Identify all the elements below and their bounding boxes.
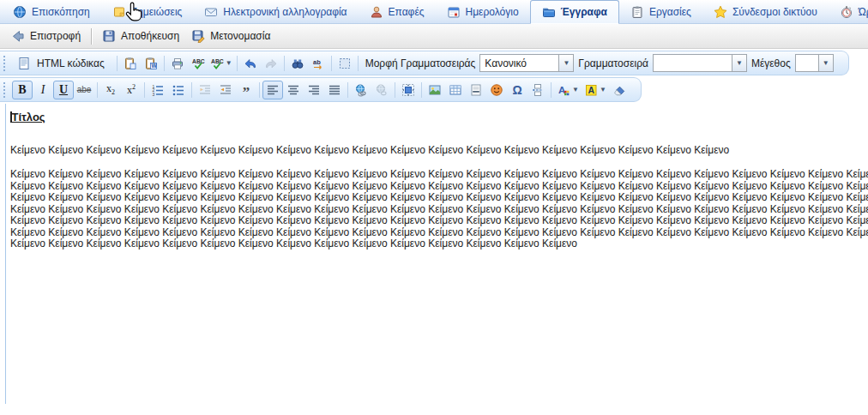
back-arrow-icon	[11, 29, 25, 43]
html-source-button[interactable]: HTML κώδικας	[12, 54, 114, 73]
toolbar-grip[interactable]	[3, 56, 9, 71]
tab-tasks[interactable]: Εργασίες	[619, 0, 702, 23]
editor-content-area[interactable]: Τίτλος Κείμενο Κείμενο Κείμενο Κείμενο Κ…	[5, 104, 868, 404]
page-break-button[interactable]	[527, 81, 548, 99]
indent-button[interactable]	[215, 81, 236, 99]
tab-documents[interactable]: Έγγραφα	[530, 0, 619, 24]
toolbar-grip[interactable]	[3, 82, 9, 98]
tab-label: Ηλεκτρονική αλληλογραφία	[223, 6, 347, 18]
size-select[interactable]: ▼	[795, 54, 834, 72]
justify-button[interactable]	[324, 81, 345, 99]
unordered-list-icon	[172, 83, 185, 97]
replace-button[interactable]: ab	[308, 54, 329, 73]
align-center-button[interactable]	[283, 81, 304, 99]
bold-button[interactable]: B	[12, 81, 33, 99]
outdent-button[interactable]	[195, 81, 215, 99]
toolbar-separator	[144, 82, 145, 98]
undo-icon	[244, 57, 257, 70]
tab-label: Έγγραφα	[561, 6, 607, 18]
format-select[interactable]: Κανονικό ▼	[479, 54, 574, 72]
dropdown-caret-icon[interactable]: ▼	[732, 55, 746, 71]
undo-button[interactable]	[240, 54, 261, 73]
dropdown-caret-icon: ▼	[226, 59, 232, 67]
italic-button[interactable]: I	[33, 81, 53, 99]
editor-toolbar-row2: B I U abe x2 x2 123 ”	[0, 77, 642, 102]
highlight-color-button[interactable]: A ▼	[582, 81, 609, 99]
editor-toolbar-row1: HTML κώδικας W ABC ABC ▼	[0, 51, 849, 75]
replace-icon: ab	[311, 57, 325, 70]
insert-table-button[interactable]	[445, 81, 466, 99]
font-select[interactable]: ▼	[653, 54, 747, 72]
dropdown-caret-icon[interactable]: ▼	[818, 55, 833, 71]
ordered-list-button[interactable]: 123	[148, 81, 168, 99]
tab-notes[interactable]: Σημειώσεις	[101, 0, 194, 23]
tab-contacts[interactable]: Επαφές	[359, 0, 436, 23]
tab-overview[interactable]: Επισκόπηση	[2, 0, 101, 23]
select-all-button[interactable]	[335, 54, 355, 73]
anchor-button[interactable]	[398, 81, 419, 99]
unordered-list-button[interactable]	[168, 81, 189, 99]
save-button[interactable]: Αποθήκευση	[96, 27, 185, 45]
align-right-button[interactable]	[304, 81, 324, 99]
link-button[interactable]	[351, 81, 371, 99]
font-color-button[interactable]: A ▼	[554, 81, 582, 99]
print-button[interactable]	[167, 54, 188, 73]
editor-toolbar-area: HTML κώδικας W ABC ABC ▼	[0, 49, 868, 102]
tab-label: Ημερολόγιο	[466, 6, 519, 18]
toolbar-separator	[331, 56, 332, 71]
align-left-button[interactable]	[262, 81, 283, 99]
tab-email[interactable]: Ηλεκτρονική αλληλογραφία	[193, 0, 358, 23]
rename-button[interactable]: Μετονομασία	[185, 27, 276, 45]
unlink-button[interactable]	[371, 81, 392, 99]
paste-button[interactable]	[120, 54, 141, 73]
horizontal-rule-button[interactable]	[466, 81, 486, 99]
svg-text:ABC: ABC	[211, 57, 224, 63]
clock-icon	[840, 5, 853, 19]
body-line: Κείμενο Κείμενο Κείμενο Κείμενο Κείμενο …	[10, 181, 868, 193]
print-icon	[171, 57, 184, 70]
tab-time[interactable]: Ώρα	[829, 0, 868, 23]
back-button[interactable]: Επιστροφή	[5, 27, 87, 45]
paste-from-word-button[interactable]: W	[141, 54, 161, 73]
remove-format-icon	[612, 83, 626, 97]
superscript-icon: x2	[127, 83, 136, 97]
tab-calendar[interactable]: Ημερολόγιο	[436, 0, 530, 23]
strikethrough-button[interactable]: abe	[74, 81, 94, 99]
html-source-label: HTML κώδικας	[37, 57, 105, 69]
smiley-button[interactable]	[486, 81, 507, 99]
main-tab-bar: Επισκόπηση Σημειώσεις Ηλεκτρονική αλληλο…	[0, 0, 868, 24]
justify-icon	[328, 83, 341, 97]
remove-format-button[interactable]	[609, 81, 630, 99]
save-icon	[102, 29, 116, 43]
rename-button-label: Μετονομασία	[210, 30, 270, 42]
superscript-button[interactable]: x2	[121, 81, 142, 99]
italic-icon: I	[41, 83, 45, 97]
calendar-icon	[447, 5, 461, 19]
tab-network-links[interactable]: Σύνδεσμοι δικτύου	[702, 0, 829, 23]
horizontal-rule-icon	[469, 83, 483, 97]
bold-icon: B	[18, 83, 26, 97]
spellcheck-button[interactable]: ABC	[188, 54, 208, 73]
special-char-button[interactable]: Ω	[507, 81, 527, 99]
find-button[interactable]	[287, 54, 308, 73]
dropdown-caret-icon[interactable]: ▼	[558, 55, 573, 71]
action-separator	[91, 28, 92, 45]
document-action-bar: Επιστροφή Αποθήκευση Μετονομασία	[0, 24, 868, 49]
insert-image-button[interactable]	[425, 81, 445, 99]
toolbar-separator	[421, 82, 422, 98]
blockquote-button[interactable]: ”	[236, 81, 256, 99]
redo-button[interactable]	[261, 54, 281, 73]
body-line: Κείμενο Κείμενο Κείμενο Κείμενο Κείμενο …	[10, 227, 868, 239]
toolbar-separator	[117, 56, 118, 71]
ordered-list-icon: 123	[151, 83, 165, 97]
document-title-line: Τίτλος	[10, 111, 868, 123]
spellcheck-menu-button[interactable]: ABC ▼	[208, 54, 234, 73]
toolbar-separator	[358, 56, 359, 71]
subscript-button[interactable]: x2	[100, 81, 121, 99]
underline-button[interactable]: U	[53, 81, 74, 99]
document-title: Τίτλος	[12, 111, 45, 123]
toolbar-separator	[347, 82, 348, 98]
svg-text:ABC: ABC	[192, 57, 205, 63]
blockquote-icon: ”	[243, 88, 250, 97]
tab-label: Επαφές	[389, 6, 425, 18]
